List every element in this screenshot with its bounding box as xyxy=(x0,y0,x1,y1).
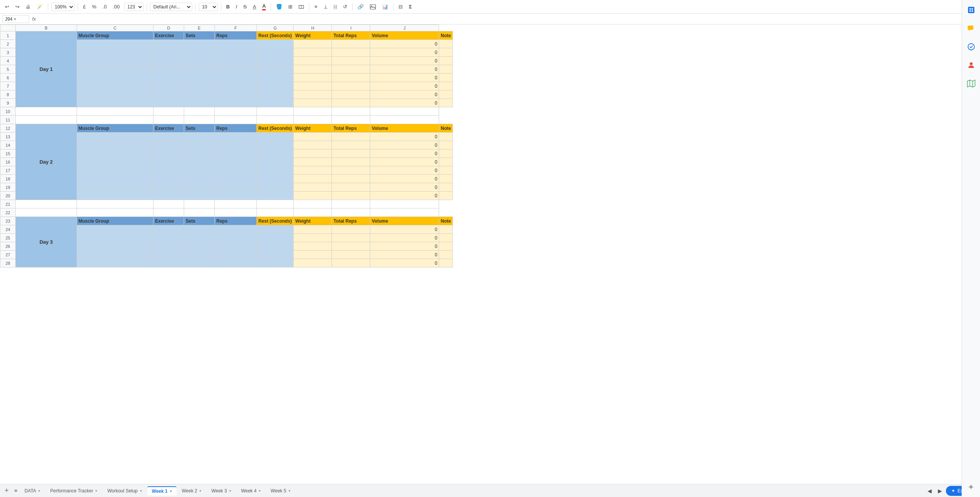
table-cell[interactable]: Reps xyxy=(215,31,257,40)
table-cell[interactable] xyxy=(332,99,370,107)
table-cell[interactable] xyxy=(294,183,332,192)
table-cell[interactable] xyxy=(154,133,184,141)
table-cell[interactable]: 0 xyxy=(370,57,439,65)
table-cell[interactable] xyxy=(332,116,370,124)
table-cell[interactable] xyxy=(154,183,184,192)
font-select[interactable]: Default (Ari... xyxy=(150,3,192,11)
percent-button[interactable]: % xyxy=(90,3,98,11)
table-cell[interactable] xyxy=(439,225,453,234)
table-cell[interactable] xyxy=(439,90,453,99)
table-cell[interactable] xyxy=(184,158,215,166)
table-cell[interactable] xyxy=(215,74,257,82)
table-cell[interactable] xyxy=(215,242,257,251)
table-cell[interactable] xyxy=(215,57,257,65)
link-button[interactable]: 🔗 xyxy=(356,3,366,11)
table-cell[interactable] xyxy=(257,242,294,251)
table-cell[interactable] xyxy=(257,40,294,48)
table-cell[interactable] xyxy=(184,183,215,192)
table-cell[interactable] xyxy=(294,116,332,124)
table-cell[interactable] xyxy=(77,192,154,200)
table-cell[interactable] xyxy=(184,116,215,124)
table-cell[interactable] xyxy=(332,234,370,242)
table-cell[interactable] xyxy=(184,259,215,267)
tab-week4[interactable]: Week 4▾ xyxy=(237,487,265,495)
table-cell[interactable] xyxy=(215,48,257,57)
table-cell[interactable] xyxy=(77,183,154,192)
row-header-21[interactable]: 21 xyxy=(0,200,16,208)
table-cell[interactable]: Total Reps xyxy=(332,217,370,225)
row-header-2[interactable]: 2 xyxy=(0,40,16,48)
table-cell[interactable]: Exercise xyxy=(154,124,184,133)
dec-dec-button[interactable]: .0 xyxy=(101,3,109,11)
table-cell[interactable] xyxy=(294,90,332,99)
table-cell[interactable] xyxy=(154,149,184,158)
tab-next-button[interactable]: ▶ xyxy=(936,486,944,495)
table-cell[interactable] xyxy=(77,82,154,90)
table-cell[interactable]: 0 xyxy=(370,74,439,82)
table-cell[interactable]: Rest (Seconds) xyxy=(257,217,294,225)
table-cell[interactable] xyxy=(439,251,453,259)
table-cell[interactable] xyxy=(332,149,370,158)
table-cell[interactable]: Weight xyxy=(294,217,332,225)
sheets-icon[interactable] xyxy=(964,3,978,17)
table-cell[interactable] xyxy=(332,192,370,200)
table-cell[interactable] xyxy=(184,251,215,259)
table-cell[interactable] xyxy=(215,141,257,149)
table-cell[interactable] xyxy=(77,107,154,116)
table-cell[interactable]: 0 xyxy=(370,251,439,259)
table-cell[interactable] xyxy=(184,90,215,99)
table-cell[interactable]: 0 xyxy=(370,82,439,90)
table-cell[interactable] xyxy=(215,65,257,74)
table-cell[interactable]: Note xyxy=(439,31,453,40)
table-cell[interactable] xyxy=(16,200,77,208)
table-cell[interactable] xyxy=(184,40,215,48)
table-cell[interactable] xyxy=(154,90,184,99)
table-cell[interactable]: Weight xyxy=(294,31,332,40)
table-cell[interactable] xyxy=(77,251,154,259)
table-cell[interactable] xyxy=(332,175,370,183)
table-cell[interactable] xyxy=(257,183,294,192)
table-cell[interactable]: Muscle Group xyxy=(77,124,154,133)
table-cell[interactable]: 0 xyxy=(370,175,439,183)
table-cell[interactable]: Volume xyxy=(370,31,439,40)
zoom-select[interactable]: 100%75%125% xyxy=(51,3,75,11)
table-cell[interactable] xyxy=(257,158,294,166)
table-cell[interactable] xyxy=(257,166,294,175)
table-cell[interactable]: Total Reps xyxy=(332,124,370,133)
table-cell[interactable] xyxy=(294,133,332,141)
table-cell[interactable]: 0 xyxy=(370,166,439,175)
table-cell[interactable] xyxy=(332,57,370,65)
table-cell[interactable] xyxy=(294,251,332,259)
table-cell[interactable] xyxy=(215,116,257,124)
table-cell[interactable] xyxy=(257,200,294,208)
table-cell[interactable] xyxy=(439,57,453,65)
row-header-4[interactable]: 4 xyxy=(0,57,16,65)
table-cell[interactable]: Note xyxy=(439,217,453,225)
formula-input[interactable] xyxy=(39,16,978,23)
table-cell[interactable] xyxy=(77,200,154,208)
table-cell[interactable] xyxy=(215,40,257,48)
tab-week2[interactable]: Week 2▾ xyxy=(177,487,206,495)
table-cell[interactable]: 0 xyxy=(370,90,439,99)
row-header-19[interactable]: 19 xyxy=(0,183,16,192)
table-cell[interactable] xyxy=(257,116,294,124)
day-label-cell[interactable]: Day 3 xyxy=(16,217,77,267)
table-cell[interactable] xyxy=(439,183,453,192)
strikethrough-button[interactable]: S xyxy=(242,3,249,11)
table-cell[interactable]: 0 xyxy=(370,141,439,149)
table-cell[interactable] xyxy=(184,234,215,242)
table-cell[interactable]: Muscle Group xyxy=(77,31,154,40)
row-header-18[interactable]: 18 xyxy=(0,175,16,183)
table-cell[interactable]: Volume xyxy=(370,217,439,225)
row-header-26[interactable]: 26 xyxy=(0,242,16,251)
table-cell[interactable] xyxy=(257,141,294,149)
table-cell[interactable] xyxy=(294,99,332,107)
table-cell[interactable] xyxy=(257,99,294,107)
redo-button[interactable]: ↪ xyxy=(13,3,21,11)
row-header-10[interactable]: 10 xyxy=(0,107,16,116)
table-cell[interactable] xyxy=(184,99,215,107)
table-cell[interactable] xyxy=(215,208,257,217)
merge-button[interactable] xyxy=(297,3,306,11)
table-cell[interactable] xyxy=(215,166,257,175)
row-header-1[interactable]: 1 xyxy=(0,31,16,40)
